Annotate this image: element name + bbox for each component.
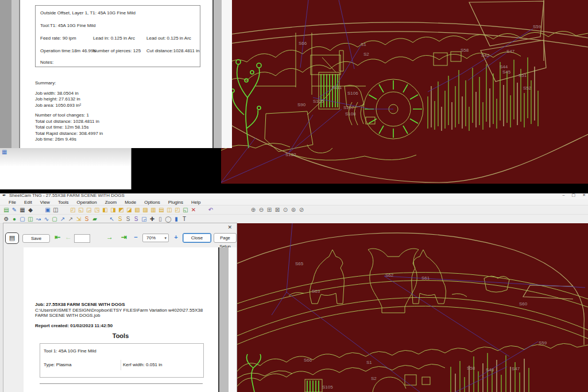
window-icon[interactable]: ▢ [18, 215, 26, 223]
menu-operation[interactable]: Operation [73, 200, 101, 205]
rectangle-icon[interactable]: ▢ [51, 215, 59, 223]
part-edit-icon[interactable]: ▰ [91, 215, 99, 223]
zoom-selected-icon[interactable]: ⊛ [289, 206, 297, 214]
text-mode-icon[interactable]: T [180, 215, 188, 223]
menu-zoom[interactable]: Zoom [101, 200, 121, 205]
move-up-operation-icon[interactable]: ◨ [109, 206, 117, 214]
group-operation-icon[interactable]: ▨ [141, 206, 149, 214]
run-post-icon[interactable]: ▣ [44, 206, 52, 214]
previous-page-button[interactable]: ← [63, 232, 74, 243]
move-down-operation-icon[interactable]: ◩ [117, 206, 125, 214]
delete-operation-icon[interactable]: ✕ [189, 206, 198, 214]
duplicate-part-icon[interactable]: ◫ [26, 215, 34, 223]
menu-options[interactable]: Options [140, 200, 164, 205]
print-button[interactable]: ▤ [5, 232, 19, 244]
next-page-button[interactable]: → [104, 232, 115, 243]
menu-edit[interactable]: Edit [20, 200, 36, 205]
start-point-icon[interactable]: S [83, 215, 91, 223]
ruler-mode-icon[interactable]: ▮ [172, 215, 180, 223]
path-label: S2 [363, 52, 369, 57]
disable-operation-icon[interactable]: ▧ [133, 206, 141, 214]
tool-type: Type: Plasma [44, 362, 71, 367]
zoom-out-button[interactable]: − [131, 234, 141, 242]
lasso-mode-icon[interactable]: ◯ [164, 215, 172, 223]
refresh-operation-icon[interactable]: ◱ [181, 206, 189, 214]
save-button[interactable]: Save [22, 234, 50, 243]
move-start-mode-icon[interactable]: S [132, 215, 140, 223]
report-scrollbar-bottom[interactable] [219, 247, 229, 392]
edit-operation-icon[interactable]: ◲ [85, 206, 93, 214]
first-page-button[interactable]: ⇤ [52, 232, 63, 243]
zoom-extents-icon[interactable]: ⊠ [273, 206, 281, 214]
polyline-icon[interactable]: ↝ [34, 215, 42, 223]
print-icon[interactable]: ▦ [18, 206, 26, 214]
paste-operation-icon[interactable]: ◧ [101, 206, 109, 214]
edit-start-mode-icon[interactable]: S [124, 215, 132, 223]
ungroup-operation-icon[interactable]: ▥ [149, 206, 157, 214]
report-created: Report created: 01/02/2023 11:42:50 [35, 323, 207, 329]
menu-tools[interactable]: Tools [54, 200, 73, 205]
path-label: S122 [285, 152, 296, 157]
screen-mode-icon[interactable]: ▯ [156, 215, 164, 223]
measure-icon[interactable]: ↗ [59, 215, 67, 223]
menu-help[interactable]: Help [187, 200, 204, 205]
menu-view[interactable]: View [36, 200, 54, 205]
menu-mode[interactable]: Mode [121, 200, 140, 205]
grass-paths-bottom [451, 353, 529, 392]
report-window: ✕ ▤ Save ⇤ ← → ⇥ − 70% ▾ + Close Page Se… [3, 223, 237, 392]
path-label: S106 [347, 91, 358, 96]
report-scrollbar-top[interactable] [214, 0, 222, 148]
grid-icon[interactable]: ▦ [2, 149, 7, 155]
post-process-icon[interactable]: ◆ [26, 206, 34, 214]
start-points-mode-icon[interactable]: S [116, 215, 124, 223]
cad-canvas-top[interactable]: S66S1S2S59S58S47S42S44S45S51S52S111S106S… [221, 0, 588, 184]
cad-viewport-bottom[interactable]: S65S63S62S61S60S59S58S47S43S66S1S2S105 [237, 223, 588, 392]
zoom-previous-icon[interactable]: ⊘ [297, 206, 305, 214]
move-part-mode-icon[interactable]: ✚ [148, 215, 156, 223]
menu-file[interactable]: File [5, 200, 20, 205]
menu-plugins[interactable]: Plugins [164, 200, 187, 205]
path-label: S45 [502, 69, 511, 75]
close-button[interactable]: ✕ [582, 193, 586, 197]
nest-operation-icon[interactable]: ◫ [165, 206, 173, 214]
parts-panel[interactable]: ▦ [0, 148, 131, 189]
zoom-level-select[interactable]: 70% ▾ [142, 234, 169, 242]
page-number-field[interactable] [74, 234, 90, 243]
select-mode-icon[interactable]: ↖ [108, 215, 116, 223]
pierce-count: Number of pierces: 125 [93, 48, 141, 53]
spline-icon[interactable]: ∿ [42, 215, 51, 223]
close-report-button[interactable]: Close [183, 233, 211, 243]
zoom-window-icon[interactable]: ⊞ [265, 206, 273, 214]
report-close-icon[interactable]: ✕ [227, 224, 232, 230]
edit-job-icon[interactable]: ✎ [10, 206, 18, 214]
array-operation-icon[interactable]: ◰ [173, 206, 181, 214]
simulate-operation-icon[interactable]: ▤ [157, 206, 165, 214]
insert-operation-icon[interactable]: ◱ [77, 206, 85, 214]
open-job-icon[interactable]: ▤ [2, 206, 10, 214]
import-drawing-icon[interactable]: ⇲ [75, 215, 83, 223]
zoom-material-icon[interactable]: ⊙ [281, 206, 289, 214]
enable-operation-icon[interactable]: ◪ [125, 206, 133, 214]
path-label: S61 [421, 275, 430, 281]
zoom-out-icon[interactable]: ⊖ [257, 206, 265, 214]
window-titlebar[interactable]: ✒ SheetCam TNG - 27.55X38 FARM SCENE WIT… [0, 193, 588, 199]
new-operation-icon[interactable]: ◰ [69, 206, 77, 214]
settings-icon[interactable]: ⚙ [2, 215, 10, 223]
minimize-button[interactable]: – [563, 193, 565, 197]
last-page-button[interactable]: ⇥ [118, 232, 130, 243]
cad-canvas-bottom[interactable]: S65S63S62S61S60S59S58S47S43S66S1S2S105 [237, 223, 588, 392]
page-setup-button[interactable]: Page Setup [214, 233, 237, 243]
copy-operation-icon[interactable]: ◳ [93, 206, 101, 214]
material-icon[interactable]: ● [10, 215, 18, 223]
path-label: S65 [295, 261, 304, 266]
zoom-toolbar-group: ⊕⊖⊞⊠⊙⊛⊘ [249, 206, 305, 214]
zoom-in-icon[interactable]: ⊕ [249, 206, 257, 214]
cad-viewport-top[interactable]: S66S1S2S59S58S47S42S44S45S51S52S111S106S… [221, 0, 588, 184]
undo-icon[interactable]: ↶ [207, 206, 215, 214]
maximize-button[interactable]: ▢ [572, 193, 576, 197]
machine-setup-icon[interactable]: ◫ [52, 206, 60, 214]
report-window-right-margin [222, 0, 232, 148]
node-edit-mode-icon[interactable]: ◲ [140, 215, 148, 223]
measure-angle-icon[interactable]: ↗ [67, 215, 75, 223]
zoom-in-button[interactable]: + [171, 234, 181, 242]
